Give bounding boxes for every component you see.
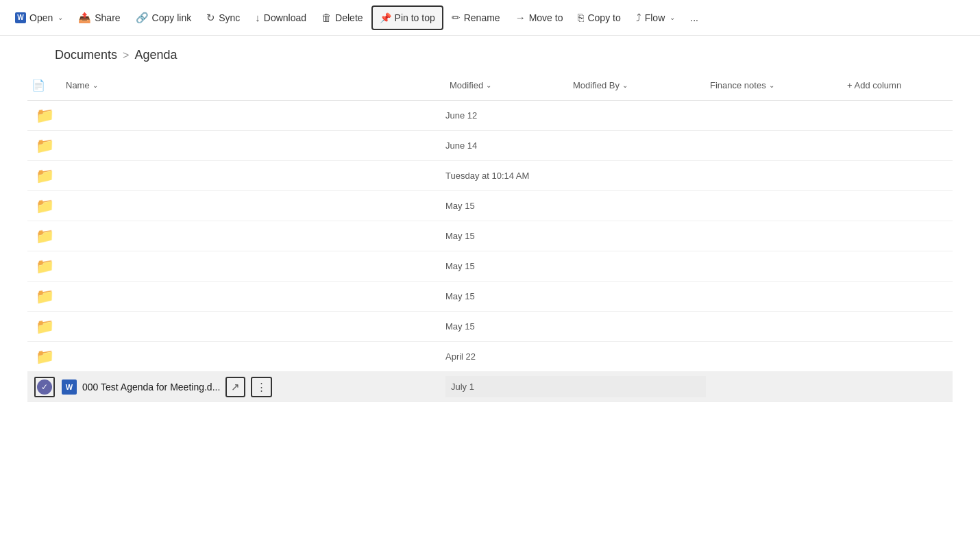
delete-button[interactable]: 🗑 Delete bbox=[315, 5, 369, 30]
delete-label: Delete bbox=[335, 12, 363, 23]
copy-link-label: Copy link bbox=[152, 12, 192, 23]
col-header-financenotes[interactable]: Finance notes ⌄ bbox=[706, 77, 843, 93]
table-row[interactable]: ✓ W 000 Test Agenda for Meeting.d... ↗ ⋮… bbox=[27, 372, 953, 402]
file-list: 📄 Name ⌄ Modified ⌄ Modified By ⌄ Financ… bbox=[0, 71, 980, 402]
download-label: Download bbox=[264, 12, 306, 23]
col-icon: 📁 bbox=[27, 227, 62, 245]
col-header-name[interactable]: Name ⌄ bbox=[62, 77, 445, 93]
link-icon: 🔗 bbox=[136, 12, 149, 24]
toolbar: W Open ⌄ 📤 Share 🔗 Copy link ↻ Sync ↓ Do… bbox=[0, 0, 980, 36]
sync-label: Sync bbox=[219, 12, 240, 23]
pin-to-top-button[interactable]: 📌 Pin to top bbox=[371, 5, 443, 30]
rename-icon: ✏ bbox=[452, 12, 461, 24]
breadcrumb-parent[interactable]: Documents bbox=[55, 48, 117, 62]
col-icon: 📁 bbox=[27, 318, 62, 336]
download-icon: ↓ bbox=[255, 12, 260, 23]
table-row[interactable]: 📁 May 15 bbox=[27, 312, 953, 342]
move-to-button[interactable]: → Move to bbox=[509, 5, 570, 30]
col-financenotes-sort-icon: ⌄ bbox=[769, 82, 774, 89]
folder-icon: 📁 bbox=[36, 288, 54, 306]
sync-button[interactable]: ↻ Sync bbox=[199, 5, 247, 30]
flow-icon: ⤴ bbox=[636, 12, 641, 23]
selected-checkbox-wrapper[interactable]: ✓ bbox=[34, 377, 55, 397]
table-row[interactable]: 📁 June 12 bbox=[27, 101, 953, 131]
col-icon: 📁 bbox=[27, 348, 62, 366]
download-button[interactable]: ↓ Download bbox=[248, 5, 313, 30]
pin-to-top-label: Pin to top bbox=[395, 12, 435, 23]
col-name-label: Name bbox=[66, 80, 90, 90]
col-header-checkbox[interactable]: 📄 bbox=[27, 76, 62, 95]
file-name-text[interactable]: 000 Test Agenda for Meeting.d... bbox=[82, 382, 220, 393]
selected-checkbox[interactable]: ✓ bbox=[37, 379, 52, 395]
breadcrumb: Documents > Agenda bbox=[0, 36, 980, 71]
file-modifiedby bbox=[569, 376, 706, 397]
col-icon: 📁 bbox=[27, 197, 62, 215]
col-icon: 📁 bbox=[27, 107, 62, 125]
rename-label: Rename bbox=[464, 12, 500, 23]
share-row-button[interactable]: ↗ bbox=[225, 377, 245, 397]
copy-to-button[interactable]: ⎘ Copy to bbox=[571, 5, 627, 30]
table-row[interactable]: 📁 May 15 bbox=[27, 251, 953, 282]
file-rows-container: 📁 June 12 📁 June 14 📁 bbox=[27, 101, 953, 402]
col-modifiedby-sort-icon: ⌄ bbox=[622, 82, 628, 89]
pin-icon: 📌 bbox=[380, 12, 391, 23]
file-modified: May 15 bbox=[445, 201, 569, 211]
flow-chevron-icon: ⌄ bbox=[670, 14, 675, 21]
open-chevron-icon: ⌄ bbox=[58, 14, 63, 21]
share-button[interactable]: 📤 Share bbox=[71, 5, 127, 30]
file-modified: May 15 bbox=[445, 261, 569, 271]
breadcrumb-separator: > bbox=[123, 49, 129, 62]
col-add-button[interactable]: + Add column bbox=[843, 77, 953, 93]
col-icon: 📁 bbox=[27, 288, 62, 306]
copy-to-label: Copy to bbox=[587, 12, 620, 23]
copy-to-icon: ⎘ bbox=[578, 12, 584, 23]
col-icon: 📁 bbox=[27, 258, 62, 275]
file-list-header: 📄 Name ⌄ Modified ⌄ Modified By ⌄ Financ… bbox=[27, 71, 953, 101]
trash-icon: 🗑 bbox=[321, 12, 332, 23]
file-modified: April 22 bbox=[445, 351, 569, 362]
col-icon: ✓ bbox=[27, 377, 62, 397]
file-modified: June 14 bbox=[445, 140, 569, 151]
share-icon: 📤 bbox=[78, 12, 91, 24]
file-icon-header: 📄 bbox=[32, 79, 45, 92]
col-financenotes-label: Finance notes bbox=[710, 80, 766, 90]
col-icon: 📁 bbox=[27, 167, 62, 185]
table-row[interactable]: 📁 May 15 bbox=[27, 221, 953, 251]
col-header-modifiedby[interactable]: Modified By ⌄ bbox=[569, 77, 706, 93]
col-modifiedby-label: Modified By bbox=[573, 80, 620, 90]
more-button[interactable]: ... bbox=[683, 5, 705, 30]
col-modified-sort-icon: ⌄ bbox=[486, 82, 491, 89]
table-row[interactable]: 📁 June 14 bbox=[27, 131, 953, 161]
folder-icon: 📁 bbox=[36, 107, 54, 125]
breadcrumb-current: Agenda bbox=[134, 48, 177, 62]
folder-icon: 📁 bbox=[36, 197, 54, 215]
open-label: Open bbox=[29, 12, 53, 23]
word-icon: W bbox=[15, 12, 26, 23]
open-button[interactable]: W Open ⌄ bbox=[8, 5, 70, 30]
folder-icon: 📁 bbox=[36, 137, 54, 155]
folder-icon: 📁 bbox=[36, 167, 54, 185]
flow-label: Flow bbox=[645, 12, 665, 23]
rename-button[interactable]: ✏ Rename bbox=[445, 5, 507, 30]
more-row-button[interactable]: ⋮ bbox=[251, 377, 272, 397]
folder-icon: 📁 bbox=[36, 318, 54, 336]
table-row[interactable]: 📁 April 22 bbox=[27, 342, 953, 372]
col-header-modified[interactable]: Modified ⌄ bbox=[445, 77, 569, 93]
file-modified: May 15 bbox=[445, 231, 569, 241]
folder-icon: 📁 bbox=[36, 227, 54, 245]
file-modified: May 15 bbox=[445, 291, 569, 301]
word-file-icon: W bbox=[62, 379, 77, 395]
table-row[interactable]: 📁 May 15 bbox=[27, 282, 953, 312]
col-icon: 📁 bbox=[27, 137, 62, 155]
copy-link-button[interactable]: 🔗 Copy link bbox=[129, 5, 199, 30]
table-row[interactable]: 📁 May 15 bbox=[27, 191, 953, 221]
more-label: ... bbox=[690, 12, 698, 23]
col-add-label: + Add column bbox=[847, 80, 901, 90]
file-modified: May 15 bbox=[445, 321, 569, 332]
folder-icon: 📁 bbox=[36, 258, 54, 275]
col-modified-label: Modified bbox=[450, 80, 483, 90]
sync-icon: ↻ bbox=[206, 12, 215, 24]
table-row[interactable]: 📁 Tuesday at 10:14 AM bbox=[27, 161, 953, 191]
col-name-sort-icon: ⌄ bbox=[93, 82, 98, 89]
flow-button[interactable]: ⤴ Flow ⌄ bbox=[629, 5, 683, 30]
